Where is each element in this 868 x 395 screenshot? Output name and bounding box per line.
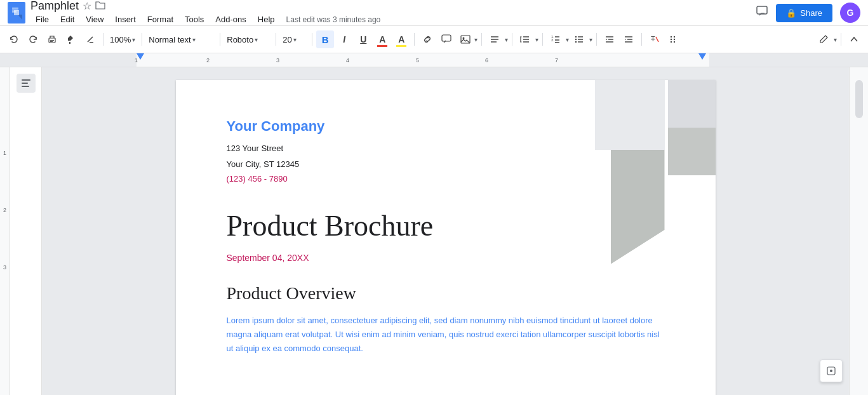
divider-10	[596, 33, 597, 46]
deco-shape-3	[668, 128, 716, 175]
align-button[interactable]	[486, 30, 504, 48]
font-chevron: ▾	[255, 36, 258, 43]
svg-rect-52	[22, 83, 28, 84]
svg-rect-8	[50, 41, 53, 42]
style-value: Normal text	[149, 35, 190, 44]
menu-help[interactable]: Help	[253, 13, 280, 26]
scrollbar-track[interactable]	[855, 80, 863, 118]
divider-11	[641, 33, 642, 46]
underline-button[interactable]: U	[354, 30, 372, 48]
comment-icon[interactable]	[756, 5, 768, 21]
svg-text:6: 6	[485, 57, 488, 64]
app-icon	[8, 2, 25, 23]
divider-12	[841, 33, 841, 46]
section1-heading: Product Overview	[227, 283, 665, 304]
deco-shape-1	[595, 80, 665, 150]
avatar[interactable]: G	[840, 3, 860, 23]
svg-point-55	[830, 370, 832, 372]
divider-9	[542, 33, 543, 46]
bullet-list-button[interactable]	[570, 30, 588, 48]
indent-decrease-button[interactable]	[601, 30, 618, 48]
svg-point-38	[671, 36, 672, 37]
print-button[interactable]	[43, 30, 61, 48]
italic-label: I	[343, 34, 345, 44]
outline-panel	[10, 67, 42, 395]
redo-button[interactable]	[24, 30, 42, 48]
font-size-value: 20	[283, 35, 291, 44]
menu-view[interactable]: View	[81, 13, 109, 26]
svg-rect-3	[12, 11, 17, 13]
svg-rect-1	[12, 8, 18, 9]
svg-rect-53	[22, 86, 29, 87]
menu-addons[interactable]: Add-ons	[210, 13, 251, 26]
text-color-label: A	[379, 34, 385, 44]
document-area[interactable]: Your Company 123 Your Street Your City, …	[42, 67, 849, 395]
style-selector[interactable]: Normal text ▾	[146, 30, 216, 48]
text-color-button[interactable]: A	[373, 30, 391, 48]
deco-shape-4	[611, 150, 665, 264]
title-bar: Pamphlet ☆ File Edit View Insert Format …	[0, 0, 868, 25]
line-spacing-button[interactable]	[516, 30, 534, 48]
highlight-button[interactable]: A	[392, 30, 410, 48]
bold-button[interactable]: B	[316, 30, 334, 48]
align-chevron[interactable]: ▾	[505, 36, 508, 43]
clear-format-button[interactable]	[81, 30, 99, 48]
italic-button[interactable]: I	[335, 30, 353, 48]
font-selector[interactable]: Roboto ▾	[224, 30, 272, 48]
line-spacing-chevron[interactable]: ▾	[535, 36, 538, 43]
svg-text:5: 5	[416, 57, 419, 64]
scroll-to-bottom-button[interactable]	[820, 359, 843, 382]
menu-edit[interactable]: Edit	[55, 13, 79, 26]
outline-icon[interactable]	[17, 74, 36, 93]
svg-point-26	[575, 41, 577, 43]
paint-format-button[interactable]	[62, 30, 80, 48]
image-button[interactable]	[457, 30, 474, 48]
page: Your Company 123 Your Street Your City, …	[176, 80, 716, 395]
pencil-button[interactable]	[815, 30, 832, 48]
share-lock-icon: 🔒	[786, 8, 796, 18]
svg-point-24	[575, 36, 577, 37]
svg-rect-9	[69, 42, 70, 44]
divider-3	[220, 33, 220, 46]
main-area: 1 2 3 Your Company 123 Your Street Your …	[0, 67, 868, 395]
svg-text:3: 3	[276, 57, 279, 64]
clear-formatting-button[interactable]: T	[646, 30, 664, 48]
svg-point-40	[671, 41, 672, 43]
font-size-chevron: ▾	[293, 36, 297, 43]
numbered-list-button[interactable]: 1.2.	[547, 30, 564, 48]
divider-7	[481, 33, 482, 46]
font-size-selector[interactable]: 20 ▾	[280, 30, 308, 48]
pencil-chevron[interactable]: ▾	[834, 36, 837, 43]
line-number-sidebar: 1 2 3	[0, 67, 10, 395]
svg-rect-2	[12, 10, 18, 11]
svg-rect-7	[50, 40, 54, 41]
image-chevron[interactable]: ▾	[474, 36, 477, 43]
zoom-value: 100%	[110, 35, 131, 44]
bullet-list-chevron[interactable]: ▾	[589, 36, 592, 43]
indent-increase-button[interactable]	[620, 30, 638, 48]
svg-rect-5	[757, 6, 767, 14]
zoom-selector[interactable]: 100% ▾	[107, 30, 138, 48]
title-right: 🔒 Share G	[756, 3, 860, 23]
numbered-list-chevron[interactable]: ▾	[566, 36, 569, 43]
svg-point-12	[463, 37, 465, 39]
menu-insert[interactable]: Insert	[110, 13, 141, 26]
share-label: Share	[800, 8, 822, 18]
link-button[interactable]	[418, 30, 436, 48]
menu-file[interactable]: File	[30, 13, 54, 26]
more-button[interactable]	[665, 30, 683, 48]
share-button[interactable]: 🔒 Share	[776, 4, 832, 22]
menu-bar: File Edit View Insert Format Tools Add-o…	[30, 13, 751, 26]
comment-toolbar-button[interactable]	[437, 30, 455, 48]
highlight-underline	[396, 45, 406, 47]
folder-icon[interactable]	[95, 1, 105, 12]
title-area: Pamphlet ☆ File Edit View Insert Format …	[30, 0, 751, 26]
menu-tools[interactable]: Tools	[180, 13, 209, 26]
collapse-toolbar-button[interactable]	[845, 30, 863, 48]
star-icon[interactable]: ☆	[83, 0, 91, 12]
divider-4	[276, 33, 276, 46]
line-num-3: 3	[3, 264, 6, 271]
divider-1	[103, 33, 103, 46]
undo-button[interactable]	[5, 30, 23, 48]
menu-format[interactable]: Format	[142, 13, 178, 26]
